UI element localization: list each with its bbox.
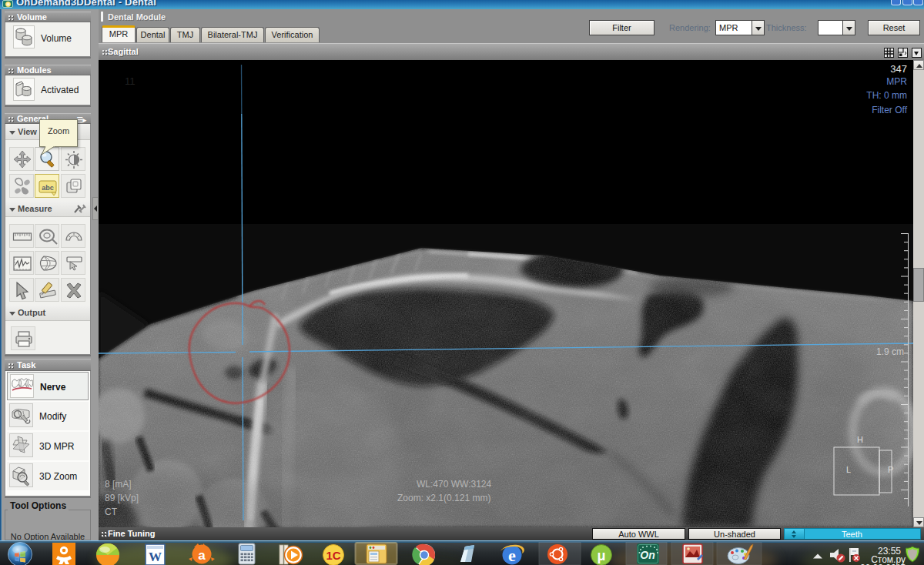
svg-text:P: P xyxy=(888,465,893,474)
svg-text:a: a xyxy=(198,548,206,563)
svg-text:L: L xyxy=(846,465,851,474)
svg-text:abc: abc xyxy=(42,184,54,192)
svg-text:H: H xyxy=(857,435,863,444)
svg-text:W: W xyxy=(149,550,162,564)
svg-text:μ: μ xyxy=(597,548,605,563)
svg-text:On: On xyxy=(640,549,654,561)
svg-text:11: 11 xyxy=(125,75,136,87)
svg-text:1C: 1C xyxy=(326,549,340,562)
svg-text:e: e xyxy=(508,546,516,565)
